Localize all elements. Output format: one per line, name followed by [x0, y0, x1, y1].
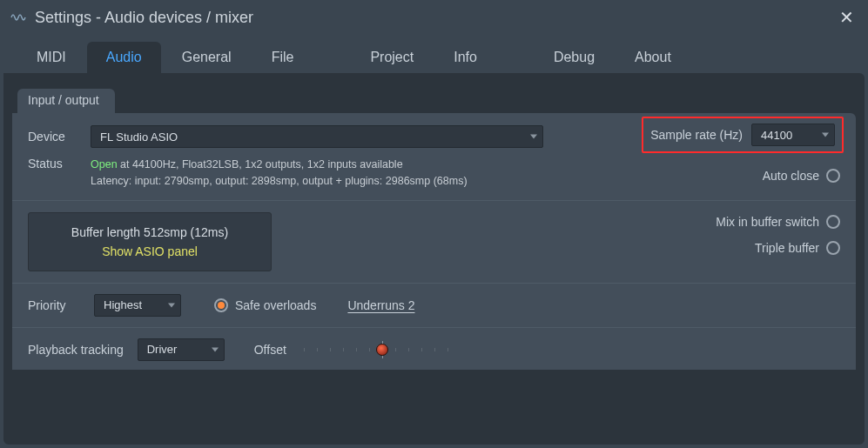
tab-label: General [182, 50, 232, 65]
show-asio-panel-link[interactable]: Show ASIO panel [51, 244, 248, 258]
playback-row: Playback tracking Driver Offset [28, 338, 840, 361]
status-line1: at 44100Hz, Float32LSB, 1x2 outputs, 1x2… [118, 158, 403, 171]
tab-general[interactable]: General [163, 42, 251, 73]
chevron-down-icon [212, 347, 219, 351]
chevron-down-icon [168, 303, 175, 307]
sample-rate-label: Sample rate (Hz) [650, 128, 743, 142]
status-label: Status [28, 157, 78, 171]
priority-row: Priority Highest Safe overloads Underrun… [28, 294, 840, 317]
divider [12, 327, 856, 328]
content-area: Input / output Device FL Studio ASIO Sam… [3, 73, 865, 445]
tab-about[interactable]: About [616, 42, 690, 73]
buffer-box: Buffer length 512smp (12ms) Show ASIO pa… [28, 212, 272, 271]
io-panel: Device FL Studio ASIO Sample rate (Hz) 4… [12, 113, 856, 370]
chevron-down-icon [822, 133, 829, 137]
status-text: Open at 44100Hz, Float32LSB, 1x2 outputs… [91, 157, 468, 190]
tabs-bar: MIDI Audio General File Project Info Deb… [0, 35, 868, 73]
slider-knob[interactable] [376, 344, 388, 356]
device-value: FL Studio ASIO [100, 130, 178, 144]
auto-close-toggle[interactable]: Auto close [763, 169, 840, 183]
buffer-row: Buffer length 512smp (12ms) Show ASIO pa… [28, 211, 840, 272]
safe-overloads-toggle[interactable]: Safe overloads [214, 298, 316, 312]
playback-tracking-label: Playback tracking [28, 343, 124, 357]
window-title: Settings - Audio devices / mixer [35, 9, 253, 27]
tab-label: File [272, 50, 294, 65]
buffer-length-text: Buffer length 512smp (12ms) [51, 225, 248, 239]
tab-label: Audio [106, 50, 142, 65]
chevron-down-icon [530, 135, 537, 139]
device-label: Device [28, 130, 78, 144]
group-tab-io: Input / output [17, 89, 115, 113]
radio-icon [214, 298, 228, 312]
mix-in-buffer-label: Mix in buffer switch [716, 215, 819, 229]
sample-rate-highlight: Sample rate (Hz) 44100 [642, 117, 844, 153]
divider [12, 283, 856, 284]
sample-rate-value: 44100 [761, 129, 792, 142]
radio-icon [826, 169, 840, 183]
mix-in-buffer-toggle[interactable]: Mix in buffer switch [716, 215, 840, 229]
tab-file[interactable]: File [252, 42, 313, 73]
tab-debug[interactable]: Debug [535, 42, 614, 73]
offset-label: Offset [254, 343, 286, 357]
status-line2: Latency: input: 2790smp, output: 2898smp… [91, 173, 468, 190]
triple-buffer-toggle[interactable]: Triple buffer [755, 241, 840, 255]
status-row: Status Open at 44100Hz, Float32LSB, 1x2 … [28, 157, 840, 190]
safe-overloads-label: Safe overloads [235, 298, 316, 312]
priority-label: Priority [28, 298, 78, 312]
radio-icon [826, 241, 840, 255]
tab-label: MIDI [37, 50, 66, 65]
triple-buffer-label: Triple buffer [755, 241, 819, 255]
status-open-word: Open [91, 158, 118, 171]
tab-label: Info [454, 50, 477, 65]
priority-value: Highest [104, 298, 142, 311]
sample-rate-dropdown[interactable]: 44100 [751, 124, 835, 146]
underruns-link[interactable]: Underruns 2 [347, 298, 414, 312]
tab-label: About [635, 50, 671, 65]
device-row: Device FL Studio ASIO Sample rate (Hz) 4… [28, 125, 840, 148]
tab-label: Project [370, 50, 414, 65]
settings-window: Settings - Audio devices / mixer ✕ MIDI … [0, 0, 868, 448]
offset-slider[interactable] [304, 339, 461, 360]
tab-midi[interactable]: MIDI [17, 42, 85, 73]
tab-audio[interactable]: Audio [87, 42, 161, 73]
tab-project[interactable]: Project [351, 42, 433, 73]
divider [12, 200, 856, 201]
device-dropdown[interactable]: FL Studio ASIO [91, 125, 543, 148]
playback-tracking-dropdown[interactable]: Driver [138, 338, 225, 361]
radio-icon [826, 215, 840, 229]
playback-tracking-value: Driver [147, 343, 178, 356]
tab-info[interactable]: Info [434, 42, 496, 73]
close-icon[interactable]: ✕ [839, 7, 854, 28]
app-icon [10, 10, 26, 25]
priority-dropdown[interactable]: Highest [94, 294, 181, 317]
auto-close-label: Auto close [763, 169, 819, 183]
tab-label: Debug [554, 50, 595, 65]
titlebar: Settings - Audio devices / mixer ✕ [0, 0, 868, 35]
